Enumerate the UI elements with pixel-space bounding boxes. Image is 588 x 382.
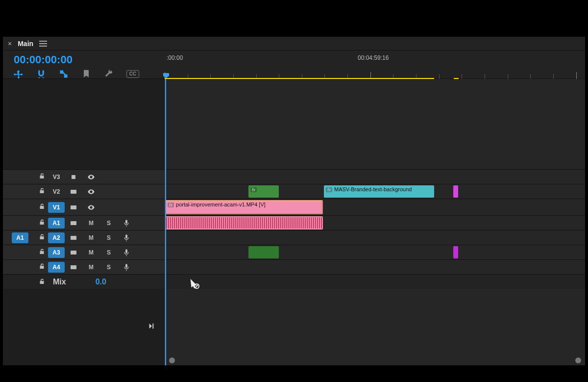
clip-a1-audio[interactable] [165, 216, 323, 229]
lock-toggle-icon[interactable] [36, 219, 48, 227]
keyframe-icon[interactable] [65, 263, 82, 271]
svg-rect-4 [71, 205, 76, 209]
track-headers: V3 V2 V1 [3, 79, 165, 365]
svg-rect-1 [71, 175, 72, 179]
solo-button[interactable]: S [100, 264, 118, 271]
lock-toggle-icon[interactable] [36, 234, 48, 241]
track-name[interactable]: A2 [48, 232, 65, 243]
mute-button[interactable]: M [82, 249, 100, 256]
clip-label: MASV-Branded-text-background [334, 186, 412, 192]
svg-rect-8 [71, 265, 76, 269]
lane-v2[interactable]: fx fxMASV-Branded-text-background [165, 184, 585, 199]
mix-track-row[interactable]: Mix 0.0 [3, 274, 165, 289]
clip-label: portal-improvement-acam-v1.MP4 [V] [176, 202, 266, 207]
mix-gain-value[interactable]: 0.0 [96, 278, 106, 286]
lock-toggle-icon[interactable] [36, 188, 48, 195]
timeline-panel: × Main 00:00:00:00 CC :00:00 [3, 37, 585, 365]
empty-tracks-area [3, 79, 165, 169]
clip-v1-pink[interactable]: fxportal-improvement-acam-v1.MP4 [V] [165, 200, 323, 214]
ruler-label: 00:04:59:16 [358, 54, 389, 61]
keyframe-icon[interactable] [65, 219, 82, 227]
lane-v3[interactable] [165, 169, 585, 184]
track-header-a1[interactable]: A1 M S [3, 215, 165, 230]
eye-icon[interactable] [82, 204, 100, 211]
track-name[interactable]: A1 [48, 218, 65, 229]
playhead-timecode[interactable]: 00:00:00:00 [14, 53, 73, 66]
track-header-v2[interactable]: V2 [3, 184, 165, 199]
snap-magnet-icon[interactable] [36, 69, 46, 79]
lane-a4[interactable] [165, 259, 585, 274]
timeline-toolbar: CC [14, 69, 139, 79]
time-ruler[interactable]: :00:00 00:04:59:16 [165, 51, 580, 79]
clip-a3-green[interactable] [248, 246, 279, 258]
linked-selection-icon[interactable] [59, 69, 69, 79]
mic-icon[interactable] [118, 249, 135, 256]
lock-toggle-icon[interactable] [36, 278, 48, 286]
track-header-a4[interactable]: A4 M S [3, 259, 165, 274]
fx-badge: fx [168, 203, 174, 207]
source-patch[interactable]: A1 [12, 232, 28, 243]
sequence-tab-title[interactable]: Main [18, 40, 33, 48]
clip-v2-green[interactable]: fx [248, 185, 279, 198]
solo-button[interactable]: S [100, 234, 118, 241]
ruler-label: :00:00 [167, 54, 183, 61]
mic-icon[interactable] [118, 263, 135, 271]
track-header-a3[interactable]: A3 M S [3, 245, 165, 259]
timeline-tracks-area[interactable]: fx fxMASV-Branded-text-background fxport… [165, 79, 585, 365]
track-name[interactable]: V1 [48, 202, 65, 213]
film-strip-icon[interactable] [65, 204, 82, 211]
lock-toggle-icon[interactable] [36, 173, 48, 180]
track-name[interactable]: A3 [48, 247, 65, 258]
keyframe-icon[interactable] [65, 234, 82, 242]
clip-v2-teal[interactable]: fxMASV-Branded-text-background [324, 185, 434, 198]
lane-v1[interactable]: fxportal-improvement-acam-v1.MP4 [V] [165, 199, 585, 215]
lock-toggle-icon[interactable] [36, 263, 48, 271]
lane-a1[interactable] [165, 215, 585, 230]
zoom-handle-right[interactable] [575, 357, 581, 363]
track-header-a2[interactable]: A1 A2 M S [3, 230, 165, 245]
track-name[interactable]: A4 [48, 262, 65, 273]
film-strip-icon[interactable] [65, 173, 82, 181]
playhead[interactable] [165, 79, 166, 365]
track-name[interactable]: V2 [48, 186, 65, 197]
zoom-handle-left[interactable] [169, 357, 175, 363]
mic-icon[interactable] [118, 219, 135, 227]
close-tab-button[interactable]: × [8, 40, 12, 48]
lock-toggle-icon[interactable] [36, 204, 48, 211]
mute-button[interactable]: M [82, 234, 100, 241]
lane-mix[interactable] [165, 274, 585, 289]
solo-button[interactable]: S [100, 220, 118, 227]
lane-a2[interactable] [165, 230, 585, 245]
settings-wrench-icon[interactable] [104, 69, 114, 79]
fx-badge: fx [326, 187, 332, 192]
clip-v2-magenta[interactable] [453, 185, 458, 198]
keyframe-icon[interactable] [65, 249, 82, 256]
mute-button[interactable]: M [82, 264, 100, 271]
tab-bar: × Main [3, 37, 585, 51]
solo-button[interactable]: S [100, 249, 118, 256]
lock-toggle-icon[interactable] [36, 249, 48, 256]
no-drop-cursor-icon [189, 278, 199, 291]
marker-icon[interactable] [81, 69, 91, 79]
film-strip-icon[interactable] [65, 188, 82, 196]
lane-a3[interactable] [165, 245, 585, 259]
horizontal-zoom-bar[interactable] [169, 357, 581, 363]
svg-rect-2 [75, 175, 76, 179]
eye-icon[interactable] [82, 173, 100, 181]
clip-a3-magenta[interactable] [453, 246, 458, 258]
track-header-v3[interactable]: V3 [3, 169, 165, 184]
timeline-header: 00:00:00:00 CC :00:00 00:04:59:16 [3, 51, 585, 79]
mute-button[interactable]: M [82, 220, 100, 227]
insert-overwrite-icon[interactable] [14, 69, 24, 79]
track-header-v1[interactable]: V1 [3, 199, 165, 215]
mic-icon[interactable] [118, 234, 135, 242]
jump-to-end-icon[interactable] [148, 322, 156, 332]
captions-toggle[interactable]: CC [126, 70, 139, 78]
track-name[interactable]: V3 [48, 172, 65, 182]
timeline-body: V3 V2 V1 [3, 79, 585, 365]
panel-menu-icon[interactable] [39, 41, 47, 47]
svg-rect-5 [71, 221, 76, 225]
fx-badge: fx [250, 187, 257, 192]
eye-icon[interactable] [82, 188, 100, 196]
mix-label: Mix [53, 278, 66, 286]
